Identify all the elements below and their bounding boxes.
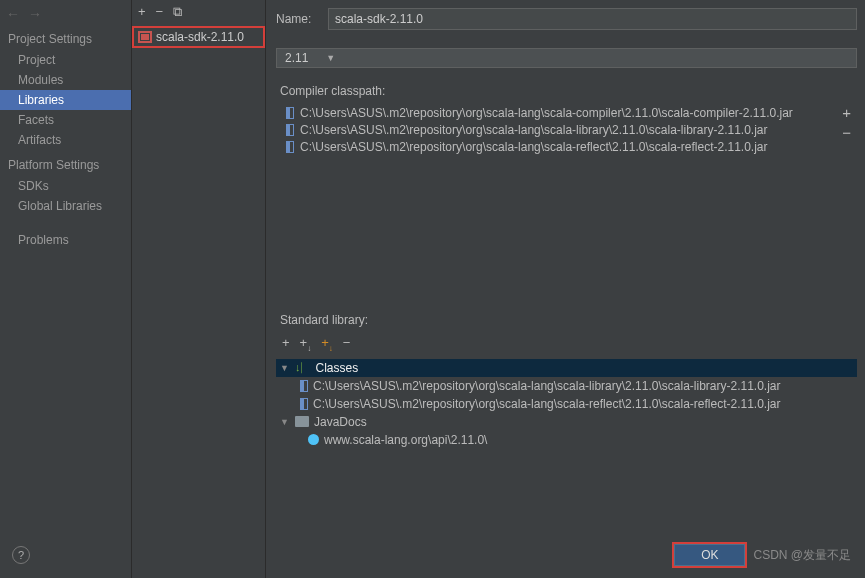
globe-icon: [308, 434, 319, 445]
sidebar-item-modules[interactable]: Modules: [0, 70, 131, 90]
chevron-down-icon: ▼: [326, 53, 335, 63]
standard-library-tree: ▼ ↓⎸ Classes C:\Users\ASUS\.m2\repositor…: [276, 359, 857, 449]
tree-row[interactable]: C:\Users\ASUS\.m2\repository\org\scala-l…: [276, 377, 857, 395]
remove-library-icon[interactable]: −: [156, 4, 164, 20]
compiler-classpath-list: + − C:\Users\ASUS\.m2\repository\org\sca…: [276, 102, 857, 161]
tree-row[interactable]: C:\Users\ASUS\.m2\repository\org\scala-l…: [276, 395, 857, 413]
sidebar-item-project[interactable]: Project: [0, 50, 131, 70]
classpath-row[interactable]: C:\Users\ASUS\.m2\repository\org\scala-l…: [280, 138, 857, 155]
dropdown-value: 2.11: [285, 51, 308, 65]
remove-std-icon[interactable]: −: [343, 335, 351, 353]
jar-icon: [286, 107, 294, 119]
tree-node-javadocs[interactable]: ▼ JavaDocs: [276, 413, 857, 431]
tree-row[interactable]: www.scala-lang.org\api\2.11.0\: [276, 431, 857, 449]
jar-icon: [300, 380, 308, 392]
scala-library-icon: [138, 31, 152, 43]
scala-version-dropdown[interactable]: 2.11 ▼: [276, 48, 857, 68]
tree-row-path: C:\Users\ASUS\.m2\repository\org\scala-l…: [313, 397, 781, 411]
project-settings-header: Project Settings: [0, 24, 131, 50]
dialog-footer: ? OK CSDN @发量不足: [0, 542, 865, 568]
folder-icon: [295, 416, 309, 427]
classpath-path: C:\Users\ASUS\.m2\repository\org\scala-l…: [300, 123, 768, 137]
help-icon[interactable]: ?: [12, 546, 30, 564]
sidebar-item-facets[interactable]: Facets: [0, 110, 131, 130]
library-item-scala-sdk[interactable]: scala-sdk-2.11.0: [132, 26, 265, 48]
sidebar-item-global-libraries[interactable]: Global Libraries: [0, 196, 131, 216]
library-item-label: scala-sdk-2.11.0: [156, 30, 244, 44]
library-list-panel: + − ⧉ scala-sdk-2.11.0: [132, 0, 266, 578]
jar-icon: [286, 141, 294, 153]
compiler-classpath-label: Compiler classpath:: [276, 82, 857, 102]
jar-icon: [300, 398, 308, 410]
classpath-row[interactable]: C:\Users\ASUS\.m2\repository\org\scala-l…: [280, 104, 857, 121]
sidebar-item-libraries[interactable]: Libraries: [0, 90, 131, 110]
add-std-icon[interactable]: +: [282, 335, 290, 353]
tree-node-label: Classes: [316, 361, 359, 375]
standard-library-label: Standard library:: [276, 311, 857, 331]
add-library-icon[interactable]: +: [138, 4, 146, 20]
tree-row-path: C:\Users\ASUS\.m2\repository\org\scala-l…: [313, 379, 781, 393]
library-name-input[interactable]: [328, 8, 857, 30]
sidebar-item-sdks[interactable]: SDKs: [0, 176, 131, 196]
add-classpath-icon[interactable]: +: [842, 104, 851, 121]
jar-icon: [286, 124, 294, 136]
copy-library-icon[interactable]: ⧉: [173, 4, 182, 20]
classpath-path: C:\Users\ASUS\.m2\repository\org\scala-l…: [300, 106, 793, 120]
sidebar-item-artifacts[interactable]: Artifacts: [0, 130, 131, 150]
add-std-highlight-icon[interactable]: +↓: [321, 335, 333, 353]
name-label: Name:: [276, 12, 320, 26]
ok-button-highlight: OK: [672, 542, 747, 568]
nav-back-icon[interactable]: ←: [6, 6, 20, 22]
watermark: CSDN @发量不足: [753, 547, 851, 564]
sidebar: ← → Project Settings Project Modules Lib…: [0, 0, 132, 578]
tree-row-url: www.scala-lang.org\api\2.11.0\: [324, 433, 487, 447]
tree-node-label: JavaDocs: [314, 415, 367, 429]
remove-classpath-icon[interactable]: −: [842, 124, 851, 141]
platform-settings-header: Platform Settings: [0, 150, 131, 176]
chevron-down-icon: ▼: [280, 363, 290, 373]
chevron-down-icon: ▼: [280, 417, 290, 427]
tree-node-classes[interactable]: ▼ ↓⎸ Classes: [276, 359, 857, 377]
library-detail-panel: Name: 2.11 ▼ Compiler classpath: + − C:\…: [266, 0, 865, 578]
sidebar-item-problems[interactable]: Problems: [0, 230, 131, 250]
add-std-alt-icon[interactable]: +↓: [300, 335, 312, 353]
classpath-row[interactable]: C:\Users\ASUS\.m2\repository\org\scala-l…: [280, 121, 857, 138]
classpath-path: C:\Users\ASUS\.m2\repository\org\scala-l…: [300, 140, 768, 154]
classes-node-icon: ↓⎸: [295, 361, 311, 374]
ok-button[interactable]: OK: [674, 544, 745, 566]
nav-forward-icon[interactable]: →: [28, 6, 42, 22]
